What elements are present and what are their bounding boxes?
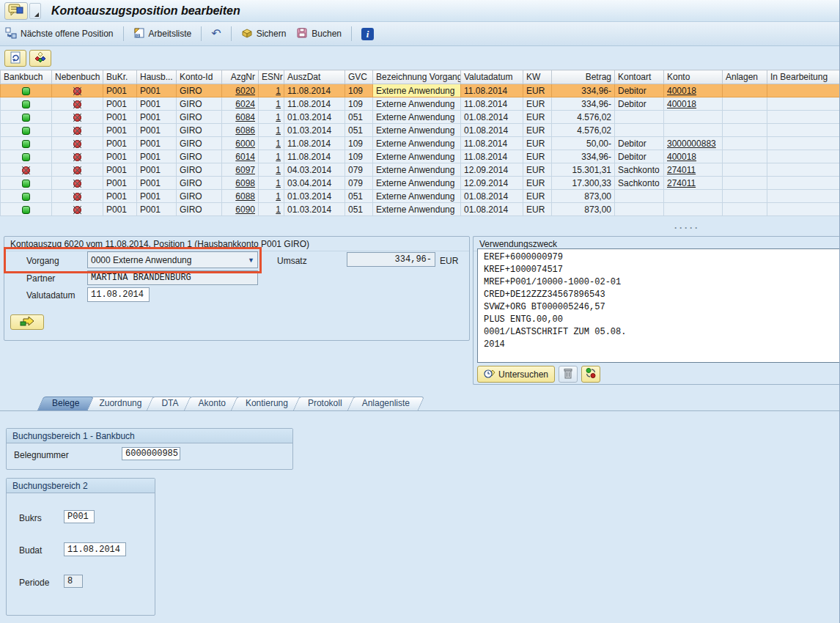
tab-belege[interactable]: Belege: [40, 397, 91, 410]
cell-link[interactable]: 6020: [222, 84, 259, 97]
undo-button[interactable]: ↶: [206, 26, 226, 41]
bukrs-field[interactable]: P001: [64, 510, 95, 523]
partner-field[interactable]: MARTINA BRANDENBURG: [87, 270, 258, 285]
cell-link[interactable]: 1: [259, 97, 284, 111]
cell-link[interactable]: 1: [259, 163, 284, 177]
cell-link[interactable]: 3000000883: [664, 137, 723, 150]
cell-link[interactable]: 1: [259, 190, 284, 203]
tab-akonto[interactable]: Akonto: [187, 397, 237, 410]
cell-link[interactable]: 1: [259, 111, 284, 124]
save-button[interactable]: Sichern: [236, 25, 292, 43]
column-header[interactable]: KW: [523, 70, 552, 84]
column-header[interactable]: Bankbuch: [1, 70, 52, 84]
cell-link[interactable]: 1: [259, 177, 284, 190]
column-header[interactable]: Kontoart: [615, 70, 664, 84]
cell-link[interactable]: 1: [259, 84, 284, 97]
budat-value: 11.08.2014: [67, 545, 120, 555]
table-row[interactable]: P001P001GIRO6097104.03.2014079Externe An…: [1, 163, 840, 177]
cell-link[interactable]: 6097: [222, 163, 259, 177]
titlebar-dropdown-button[interactable]: [29, 3, 41, 19]
table-row[interactable]: P001P001GIRO6090101.03.2014051Externe An…: [1, 203, 840, 216]
table-resize-grip[interactable]: ·····: [674, 223, 700, 233]
column-header[interactable]: ESNr: [259, 70, 284, 84]
column-header[interactable]: Valutadatum: [461, 70, 523, 84]
cell-link[interactable]: 6000: [222, 137, 259, 150]
next-open-position-button[interactable]: Nächste offene Position: [0, 25, 119, 43]
table-row[interactable]: P001P001GIRO6014111.08.2014109Externe An…: [1, 150, 840, 163]
cell: EUR: [523, 163, 552, 177]
cell-link[interactable]: 1: [259, 124, 284, 137]
cell: 01.08.2014: [461, 190, 523, 203]
cell: [615, 190, 664, 203]
column-header[interactable]: Konto-Id: [177, 70, 222, 84]
execute-button[interactable]: [10, 314, 44, 330]
cell-link[interactable]: 1: [259, 137, 284, 150]
refresh-button[interactable]: [4, 50, 26, 67]
post-button[interactable]: Buchen: [291, 25, 347, 43]
tab-zuordnung[interactable]: Zuordnung: [87, 397, 153, 410]
worklist-button[interactable]: Arbeitsliste: [128, 25, 197, 43]
cell-link[interactable]: 6098: [222, 177, 259, 190]
hierarchy-diamonds-icon: [34, 51, 46, 65]
cell-link[interactable]: 400018: [664, 150, 723, 163]
cell-link[interactable]: 400018: [664, 84, 723, 97]
column-header[interactable]: Nebenbuch: [52, 70, 103, 84]
worklist-label: Arbeitsliste: [149, 29, 192, 39]
table-row[interactable]: P001P001GIRO6020111.08.2014109Externe An…: [1, 84, 840, 97]
inspect-button[interactable]: Untersuchen: [477, 366, 555, 383]
cell-link[interactable]: 1: [259, 150, 284, 163]
payment-note-text[interactable]: EREF+6000000979 KREF+1000074517 MREF+P00…: [477, 248, 840, 363]
valutadatum-field[interactable]: 11.08.2014: [87, 287, 150, 302]
table-row[interactable]: P001P001GIRO6084101.03.2014051Externe An…: [1, 111, 840, 124]
table-row[interactable]: P001P001GIRO6088101.03.2014051Externe An…: [1, 190, 840, 203]
column-header[interactable]: Bezeichnung Vorgang: [373, 70, 461, 84]
cell: [723, 84, 767, 97]
umsatz-field[interactable]: 334,96-: [347, 252, 435, 267]
table-row[interactable]: P001P001GIRO6000111.08.2014109Externe An…: [1, 137, 840, 150]
cell: Externe Anwendung: [373, 124, 461, 137]
column-header[interactable]: Konto: [664, 70, 723, 84]
status-cell: [1, 137, 52, 150]
belegnummer-field[interactable]: 6000000985: [122, 447, 180, 460]
column-header[interactable]: Hausb...: [137, 70, 177, 84]
column-header[interactable]: Betrag: [552, 70, 615, 84]
status-cell: [52, 137, 103, 150]
cell-link[interactable]: 6090: [222, 203, 259, 216]
tab-protokoll[interactable]: Protokoll: [296, 397, 354, 410]
column-header[interactable]: AuszDat: [284, 70, 345, 84]
nebenbuch-status-icon: [73, 206, 81, 214]
table-row[interactable]: P001P001GIRO6086101.03.2014051Externe An…: [1, 124, 840, 137]
cell: GIRO: [177, 203, 222, 216]
status-cell: [52, 124, 103, 137]
services-menu-button[interactable]: [4, 2, 28, 20]
column-header[interactable]: AzgNr: [222, 70, 259, 84]
cell-link[interactable]: 6014: [222, 150, 259, 163]
swap-status-button[interactable]: [581, 366, 600, 383]
tab-anlagenliste[interactable]: Anlagenliste: [350, 397, 421, 410]
cell-link[interactable]: 400018: [664, 97, 723, 111]
cell-link[interactable]: 6084: [222, 111, 259, 124]
table-row[interactable]: P001P001GIRO6098103.04.2014079Externe An…: [1, 177, 840, 190]
hierarchy-sort-button[interactable]: [29, 50, 51, 67]
column-header[interactable]: In Bearbeitung: [767, 70, 840, 84]
table-row[interactable]: P001P001GIRO6024111.08.2014109Externe An…: [1, 97, 840, 111]
cell-link[interactable]: 6088: [222, 190, 259, 203]
vorgang-combobox[interactable]: 0000 Externe Anwendung ▼: [87, 251, 258, 268]
column-header[interactable]: GVC: [345, 70, 373, 84]
periode-field[interactable]: 8: [64, 575, 83, 588]
vorgang-value: 0000 Externe Anwendung: [91, 255, 191, 265]
delete-button[interactable]: [559, 366, 578, 383]
posting-area-2-title: Buchungsbereich 2: [7, 479, 155, 493]
column-header[interactable]: Anlagen: [723, 70, 767, 84]
cell: 01.08.2014: [461, 124, 523, 137]
cell-link[interactable]: 274011: [664, 163, 723, 177]
cell-link[interactable]: 1: [259, 203, 284, 216]
cell-link[interactable]: 6086: [222, 124, 259, 137]
cell-link[interactable]: 274011: [664, 177, 723, 190]
budat-field[interactable]: 11.08.2014: [64, 542, 126, 556]
tab-kontierung[interactable]: Kontierung: [234, 397, 300, 410]
column-header[interactable]: BuKr.: [103, 70, 137, 84]
info-button[interactable]: i: [356, 26, 379, 43]
cell-link[interactable]: 6024: [222, 97, 259, 111]
posting-area-1-title: Buchungsbereich 1 - Bankbuch: [7, 429, 292, 443]
